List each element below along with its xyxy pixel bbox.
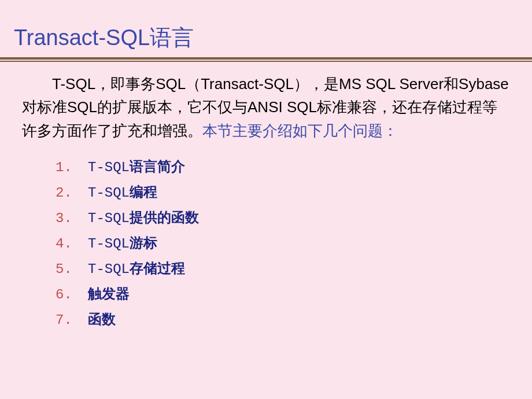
list-text-cjk: 函数	[88, 312, 116, 328]
slide-title: Transact-SQL语言	[0, 23, 532, 53]
list-text-latin: T-SQL	[88, 236, 130, 252]
list-text-cjk: 语言简介	[130, 160, 185, 175]
list-item: 6. 触发器	[56, 285, 509, 303]
list-text-cjk: 触发器	[88, 287, 130, 302]
list-text-latin: T-SQL	[88, 185, 130, 201]
list-number: 3.	[56, 210, 88, 226]
list-item: 4. T-SQL游标	[56, 234, 509, 252]
list-text-cjk: 存储过程	[130, 261, 185, 277]
list-text-cjk: 游标	[130, 236, 157, 252]
list-text-latin: T-SQL	[88, 210, 130, 226]
topic-list: 1. T-SQL语言简介 2. T-SQL编程 3. T-SQL提供的函数 4.…	[22, 157, 509, 328]
list-item: 2. T-SQL编程	[56, 183, 509, 201]
list-text: 函数	[88, 310, 116, 328]
list-text: 触发器	[88, 285, 130, 303]
list-number: 2.	[56, 185, 88, 201]
paragraph-highlight-text: 本节主要介绍如下几个问题：	[202, 122, 398, 139]
list-item: 7. 函数	[56, 310, 509, 328]
list-number: 1.	[56, 160, 88, 175]
title-divider	[0, 57, 532, 62]
list-text: T-SQL提供的函数	[88, 208, 199, 227]
list-item: 5. T-SQL存储过程	[56, 259, 509, 278]
list-text-cjk: 编程	[130, 185, 157, 201]
list-text: T-SQL编程	[88, 183, 157, 201]
divider-thick	[0, 57, 532, 60]
list-item: 1. T-SQL语言简介	[56, 157, 509, 176]
slide-content: T-SQL，即事务SQL（Transact-SQL），是MS SQL Serve…	[0, 72, 532, 328]
divider-thin	[0, 61, 532, 62]
list-number: 5.	[56, 261, 88, 277]
slide-container: Transact-SQL语言 T-SQL，即事务SQL（Transact-SQL…	[0, 0, 532, 399]
list-text-latin: T-SQL	[88, 160, 130, 175]
list-text-latin: T-SQL	[88, 261, 130, 277]
list-number: 7.	[56, 312, 88, 328]
list-item: 3. T-SQL提供的函数	[56, 208, 509, 227]
list-text: T-SQL存储过程	[88, 259, 185, 278]
list-text: T-SQL语言简介	[88, 157, 185, 176]
list-text: T-SQL游标	[88, 234, 157, 252]
list-text-cjk: 提供的函数	[130, 210, 199, 226]
list-number: 6.	[56, 287, 88, 302]
list-number: 4.	[56, 236, 88, 252]
intro-paragraph: T-SQL，即事务SQL（Transact-SQL），是MS SQL Serve…	[22, 72, 509, 142]
